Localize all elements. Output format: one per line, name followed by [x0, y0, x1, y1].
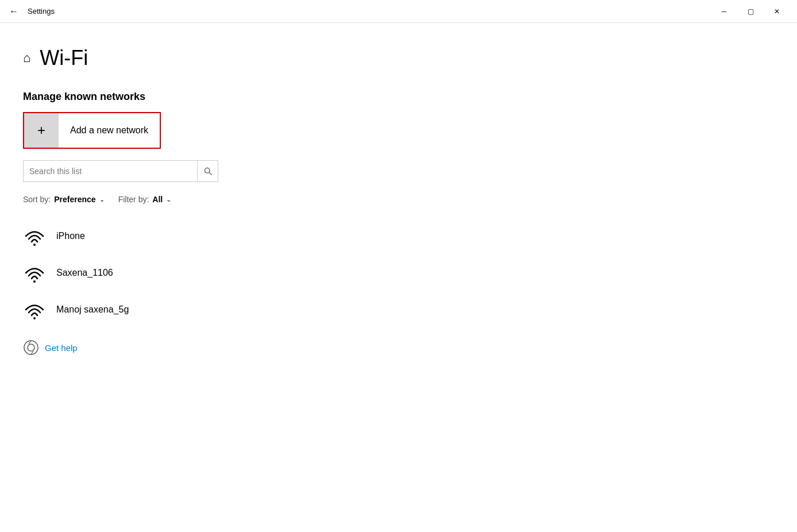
svg-line-1	[209, 172, 211, 175]
filter-label: Filter by:	[118, 195, 149, 204]
titlebar-controls: ─ ▢ ✕	[711, 0, 790, 23]
main-content: ⌂ Wi-Fi Manage known networks + Add a ne…	[0, 23, 797, 367]
svg-point-4	[33, 317, 36, 319]
section-title: Manage known networks	[23, 91, 774, 103]
sort-chevron-icon: ⌄	[99, 196, 105, 203]
svg-point-6	[28, 344, 34, 351]
home-icon: ⌂	[23, 51, 30, 65]
svg-point-5	[24, 341, 38, 354]
wifi-icon	[23, 261, 46, 284]
network-name: iPhone	[56, 231, 85, 241]
filter-row: Sort by: Preference ⌄ Filter by: All ⌄	[23, 195, 774, 204]
sort-by-dropdown[interactable]: Sort by: Preference ⌄	[23, 195, 105, 204]
wifi-icon	[23, 298, 46, 321]
filter-value: All	[152, 195, 163, 204]
help-icon	[23, 340, 39, 356]
network-list: iPhone Saxena_1106 Manoj saxena_5g	[23, 218, 774, 328]
wifi-icon	[23, 225, 46, 248]
titlebar-left: ← Settings	[7, 4, 55, 19]
add-network-icon: +	[24, 113, 59, 148]
filter-by-dropdown[interactable]: Filter by: All ⌄	[118, 195, 172, 204]
network-name: Saxena_1106	[56, 268, 113, 278]
network-item-saxena1106[interactable]: Saxena_1106	[23, 255, 774, 291]
search-button[interactable]	[197, 161, 218, 182]
add-network-label: Add a new network	[59, 125, 160, 136]
restore-button[interactable]: ▢	[737, 0, 764, 23]
svg-point-3	[33, 280, 36, 283]
titlebar-title: Settings	[28, 7, 55, 16]
sort-value: Preference	[54, 195, 95, 204]
search-input[interactable]	[24, 167, 197, 176]
page-title: Wi-Fi	[40, 46, 88, 70]
titlebar: ← Settings ─ ▢ ✕	[0, 0, 797, 23]
minimize-button[interactable]: ─	[711, 0, 737, 23]
filter-chevron-icon: ⌄	[166, 196, 171, 203]
network-item-manoj-saxena-5g[interactable]: Manoj saxena_5g	[23, 291, 774, 328]
close-button[interactable]: ✕	[764, 0, 790, 23]
search-box[interactable]	[23, 160, 218, 182]
page-header: ⌂ Wi-Fi	[23, 46, 774, 70]
add-network-button[interactable]: + Add a new network	[23, 112, 161, 149]
network-name: Manoj saxena_5g	[56, 304, 129, 315]
svg-point-2	[33, 244, 36, 246]
back-button[interactable]: ←	[7, 4, 21, 19]
search-icon	[204, 167, 212, 175]
get-help-link[interactable]: Get help	[45, 343, 78, 353]
get-help[interactable]: Get help	[23, 340, 774, 356]
sort-label: Sort by:	[23, 195, 51, 204]
network-item-iphone[interactable]: iPhone	[23, 218, 774, 255]
